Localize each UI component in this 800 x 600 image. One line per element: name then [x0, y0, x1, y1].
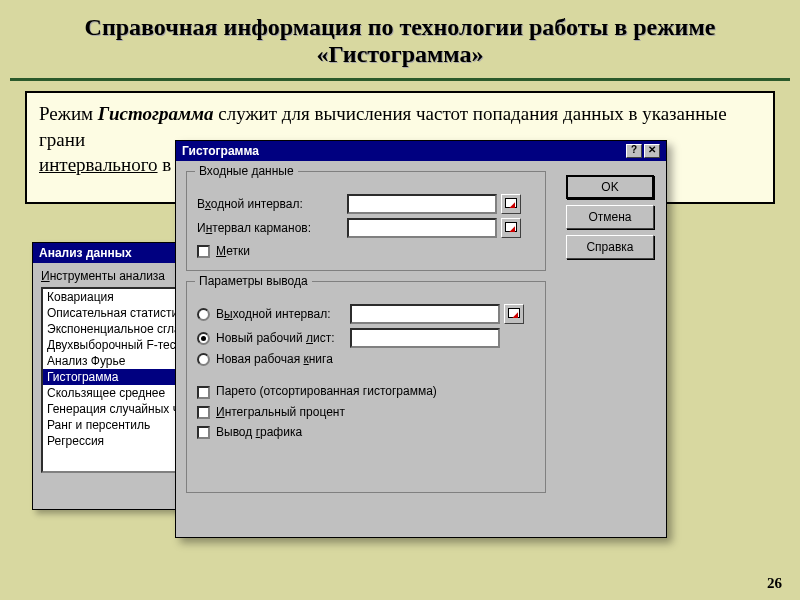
range-selector-icon[interactable] — [504, 304, 524, 324]
new-worksheet-radio-row[interactable]: Новый рабочий лист: — [197, 328, 535, 348]
histogram-titlebar[interactable]: Гистограмма ? ✕ — [176, 141, 666, 161]
desc-underlined: интервального — [39, 154, 158, 175]
histogram-title: Гистограмма — [182, 144, 259, 158]
analysis-title: Анализ данных — [39, 246, 132, 260]
desc-text: Режим — [39, 103, 98, 124]
cumulative-checkbox-row[interactable]: Интегральный процент — [197, 405, 535, 419]
title-underline — [10, 78, 790, 81]
histogram-dialog: Гистограмма ? ✕ Входные данные Входной и… — [175, 140, 667, 538]
new-worksheet-field[interactable] — [350, 328, 500, 348]
cancel-button[interactable]: Отмена — [566, 205, 654, 229]
ok-button[interactable]: OK — [566, 175, 654, 199]
chart-output-checkbox-row[interactable]: Вывод графика — [197, 425, 535, 439]
output-groupbox: Параметры вывода Выходной интервал: Новы… — [186, 281, 546, 493]
pareto-checkbox-row[interactable]: Парето (отсортированная гистограмма) — [197, 384, 535, 398]
input-range-field[interactable] — [347, 194, 497, 214]
close-icon[interactable]: ✕ — [644, 144, 660, 158]
help-icon[interactable]: ? — [626, 144, 642, 158]
checkbox-icon[interactable] — [197, 245, 210, 258]
help-button[interactable]: Справка — [566, 235, 654, 259]
desc-text3: в — [158, 154, 172, 175]
labels-checkbox-row[interactable]: Метки — [197, 244, 535, 258]
output-group-legend: Параметры вывода — [195, 274, 312, 288]
desc-em: Гистограмма — [98, 103, 214, 124]
new-workbook-label: Новая рабочая книга — [216, 352, 366, 366]
input-group-legend: Входные данные — [195, 164, 298, 178]
input-range-label: Входной интервал: — [197, 197, 347, 211]
range-selector-icon[interactable] — [501, 194, 521, 214]
new-worksheet-label: Новый рабочий лист: — [216, 331, 350, 345]
radio-icon[interactable] — [197, 353, 210, 366]
slide-title: Справочная информация по технологии рабо… — [0, 0, 800, 76]
checkbox-icon[interactable] — [197, 406, 210, 419]
checkbox-icon[interactable] — [197, 426, 210, 439]
input-groupbox: Входные данные Входной интервал: Интерва… — [186, 171, 546, 271]
bin-range-field[interactable] — [347, 218, 497, 238]
output-range-label: Выходной интервал: — [216, 307, 350, 321]
range-selector-icon[interactable] — [501, 218, 521, 238]
checkbox-icon[interactable] — [197, 386, 210, 399]
bin-range-label: Интервал карманов: — [197, 221, 347, 235]
page-number: 26 — [767, 575, 782, 592]
output-range-field[interactable] — [350, 304, 500, 324]
radio-icon[interactable] — [197, 332, 210, 345]
radio-icon[interactable] — [197, 308, 210, 321]
new-workbook-radio-row[interactable]: Новая рабочая книга — [197, 352, 535, 366]
output-range-radio-row[interactable]: Выходной интервал: — [197, 304, 535, 324]
